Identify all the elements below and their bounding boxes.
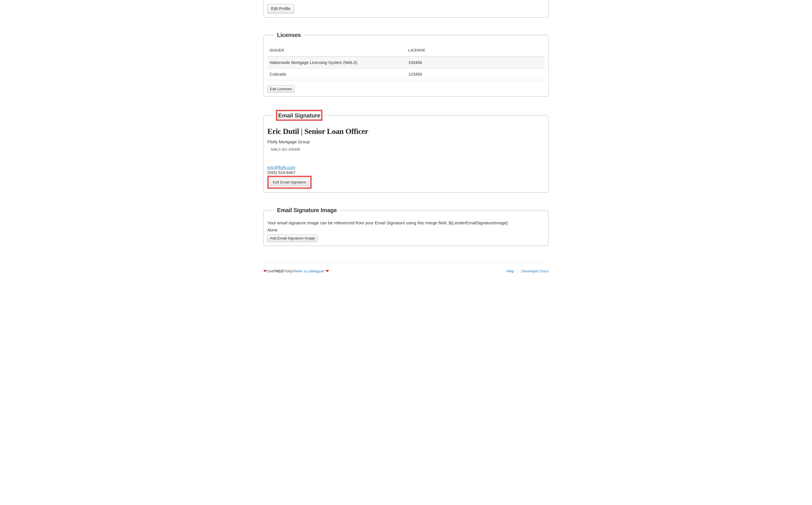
heart-icon: ❤: [263, 269, 267, 273]
esi-description: Your email signature image can be refere…: [267, 220, 545, 225]
signature-phone: (555) 524-6467: [267, 170, 545, 175]
issuer-cell: Nationwide Mortgage Licensing System (NM…: [267, 56, 406, 68]
footer-floify: Floify!: [283, 269, 293, 273]
email-signature-image-legend: Email Signature Image: [274, 207, 339, 213]
signature-nmls: NMLS ID# 100456: [271, 148, 545, 152]
footer: ❤ Get FREE Floify! Refer a colleague! ❤ …: [263, 263, 549, 274]
edit-email-signature-highlight: Edit Email Signature: [267, 176, 312, 189]
table-row: Nationwide Mortgage Licensing System (NM…: [267, 56, 545, 68]
footer-get: Get: [267, 269, 273, 273]
issuer-cell: Colorado: [267, 68, 406, 80]
signature-email-link[interactable]: eric@floify.com: [267, 165, 295, 170]
edit-licenses-button[interactable]: Edit Licenses: [267, 85, 294, 93]
refer-colleague-link[interactable]: Refer a colleague!: [293, 269, 325, 273]
licenses-table: ISSUER LICENSE Nationwide Mortgage Licen…: [267, 45, 545, 80]
col-license: LICENSE: [406, 45, 545, 56]
email-signature-image-section: Email Signature Image Your email signatu…: [263, 207, 549, 246]
signature-name-line: Eric Dutil | Senior Loan Officer: [267, 127, 545, 136]
edit-email-signature-button[interactable]: Edit Email Signature: [270, 179, 309, 186]
esi-none: None: [267, 227, 545, 232]
license-cell: 123456: [406, 68, 545, 80]
col-issuer: ISSUER: [267, 45, 406, 56]
licenses-section: Licenses ISSUER LICENSE Nationwide Mortg…: [263, 32, 549, 97]
add-email-signature-image-button[interactable]: Add Email Signature Image: [267, 234, 317, 242]
licenses-legend: Licenses: [274, 32, 304, 38]
profile-section: Edit Profile: [263, 0, 549, 18]
signature-company: Floify Mortgage Group: [267, 139, 545, 144]
help-link[interactable]: Help: [506, 269, 514, 273]
developer-docs-link[interactable]: Developer Docs: [521, 269, 549, 273]
license-cell: 100456: [406, 56, 545, 68]
email-signature-section: Email Signature Eric Dutil | Senior Loan…: [263, 111, 549, 193]
heart-icon: ❤: [326, 269, 329, 273]
table-row: Colorado 123456: [267, 68, 545, 80]
footer-divider: [518, 269, 518, 274]
footer-free: FREE: [273, 269, 283, 273]
email-signature-legend: Email Signature: [274, 111, 324, 120]
edit-profile-button[interactable]: Edit Profile: [267, 4, 294, 14]
